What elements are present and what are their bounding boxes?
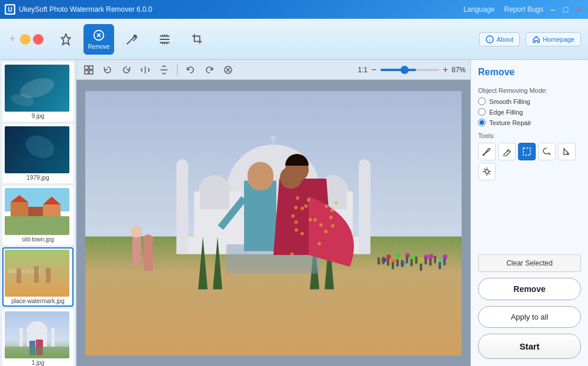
zoom-controls: 1:1 − + 87% — [358, 65, 466, 75]
mode-radio-group: Smooth Filling Edge Filling Texture Repa… — [478, 98, 581, 126]
svg-rect-15 — [523, 148, 530, 155]
homepage-button[interactable]: Homepage — [526, 32, 581, 46]
spacer — [478, 186, 581, 249]
zoom-value: 87% — [452, 66, 466, 74]
tab-min-button[interactable] — [20, 34, 31, 45]
clear-canvas-button[interactable] — [220, 62, 236, 78]
close-button[interactable]: ✕ — [574, 5, 583, 14]
about-label: About — [496, 36, 513, 43]
edge-filling-option[interactable]: Edge Filling — [478, 108, 581, 116]
zoom-ratio: 1:1 — [358, 66, 368, 74]
apply-to-all-button[interactable]: Apply to all — [478, 306, 581, 328]
maximize-button[interactable]: □ — [561, 5, 570, 14]
grid-toggle-button[interactable] — [81, 62, 96, 78]
main-canvas[interactable] — [85, 91, 462, 355]
flip-v-button[interactable] — [156, 62, 172, 78]
thumbnail-item[interactable]: old-town.jpg — [2, 186, 74, 245]
zoom-minus-icon[interactable]: − — [371, 65, 376, 75]
undo-button[interactable] — [183, 62, 198, 78]
thumbnail-item[interactable]: 9.jpg — [2, 62, 74, 122]
canvas-area: 1:1 − + 87% — [76, 60, 470, 366]
edge-filling-radio[interactable] — [478, 108, 486, 116]
main-toolbar: + Remove — [0, 19, 588, 60]
thumbnail-label: place-watermark.jpg — [5, 298, 71, 304]
svg-rect-7 — [89, 66, 93, 69]
homepage-label: Homepage — [543, 36, 574, 43]
svg-line-21 — [489, 173, 490, 174]
canvas-toolbar: 1:1 − + 87% — [76, 60, 470, 80]
rotate-left-button[interactable] — [100, 62, 115, 78]
minimize-button[interactable]: – — [548, 5, 557, 14]
right-panel: Remove Object Removing Mode: Smooth Fill… — [470, 60, 588, 366]
svg-text:U: U — [8, 6, 12, 13]
fill-tool-button[interactable] — [558, 143, 576, 160]
object-removing-mode-label: Object Removing Mode: — [478, 87, 581, 94]
thumbnail-item[interactable]: 1979.jpg — [2, 124, 74, 183]
svg-point-22 — [485, 170, 489, 173]
thumbnail-label: 9.jpg — [5, 113, 71, 119]
panel-title: Remove — [478, 67, 581, 78]
canvas-image-area[interactable] — [76, 80, 470, 366]
tools-row — [478, 143, 581, 180]
remove-tool-button[interactable]: Remove — [83, 24, 114, 55]
report-bugs-link[interactable]: Report Bugs — [504, 5, 543, 14]
language-link[interactable]: Language — [463, 5, 495, 14]
clear-selected-button[interactable]: Clear Selected — [478, 254, 581, 272]
thumbnail-label: 1.jpg — [5, 360, 71, 366]
tools-label: Tools: — [478, 132, 581, 139]
toolbar-right: i About Homepage — [479, 32, 581, 46]
smooth-filling-label: Smooth Filling — [489, 98, 530, 105]
svg-rect-9 — [89, 70, 93, 74]
title-bar-links: Language Report Bugs — [463, 5, 543, 14]
crop-tool-button[interactable] — [182, 24, 213, 55]
object-removing-mode-section: Object Removing Mode: Smooth Filling Edg… — [478, 87, 581, 126]
smooth-filling-radio[interactable] — [478, 98, 486, 105]
main-area: 9.jpg 1979.jpg old-town.jpg place-waterm… — [0, 60, 588, 366]
remove-tool-label: Remove — [88, 43, 109, 50]
tools-section: Tools: — [478, 132, 581, 180]
app-icon: U — [5, 4, 15, 15]
zoom-slider[interactable] — [380, 69, 439, 71]
enhance-tool-button[interactable] — [149, 24, 180, 55]
texture-repair-radio[interactable] — [478, 119, 486, 126]
pin-tool-button[interactable] — [51, 24, 81, 55]
svg-line-20 — [484, 169, 485, 170]
retouch-tool-button[interactable] — [116, 24, 147, 55]
remove-button[interactable]: Remove — [478, 278, 581, 300]
add-tab-button[interactable]: + — [7, 34, 18, 45]
about-button[interactable]: i About — [479, 32, 520, 46]
edge-filling-label: Edge Filling — [489, 109, 523, 116]
thumbnail-item[interactable]: 1.jpg — [2, 309, 74, 366]
separator — [177, 64, 178, 76]
thumbnail-item[interactable]: place-watermark.jpg — [2, 247, 74, 307]
title-bar-controls: – □ ✕ — [548, 5, 583, 14]
rotate-right-button[interactable] — [119, 62, 134, 78]
smooth-filling-option[interactable]: Smooth Filling — [478, 98, 581, 105]
svg-rect-8 — [85, 70, 88, 74]
thumbnail-label: old-town.jpg — [5, 236, 71, 243]
lasso-select-button[interactable] — [538, 143, 556, 160]
thumbnail-sidebar: 9.jpg 1979.jpg old-town.jpg place-waterm… — [0, 60, 76, 366]
svg-rect-6 — [85, 66, 88, 69]
thumbnail-label: 1979.jpg — [5, 174, 71, 181]
title-bar: U UkeySoft Photo Watermark Remover 6.0.0… — [0, 0, 588, 19]
rect-select-button[interactable] — [518, 143, 536, 160]
eraser-tool-button[interactable] — [498, 143, 516, 160]
brush-tool-button[interactable] — [478, 143, 496, 160]
redo-button[interactable] — [202, 62, 217, 78]
tab-close-button[interactable] — [33, 34, 44, 45]
magic-wand-button[interactable] — [478, 163, 496, 180]
svg-text:i: i — [490, 38, 491, 43]
texture-repair-label: Texture Repair — [489, 119, 532, 126]
texture-repair-option[interactable]: Texture Repair — [478, 119, 581, 126]
app-title: UkeySoft Photo Watermark Remover 6.0.0 — [19, 5, 463, 14]
flip-h-button[interactable] — [138, 62, 153, 78]
start-button[interactable]: Start — [478, 334, 581, 359]
zoom-plus-icon[interactable]: + — [443, 65, 448, 75]
